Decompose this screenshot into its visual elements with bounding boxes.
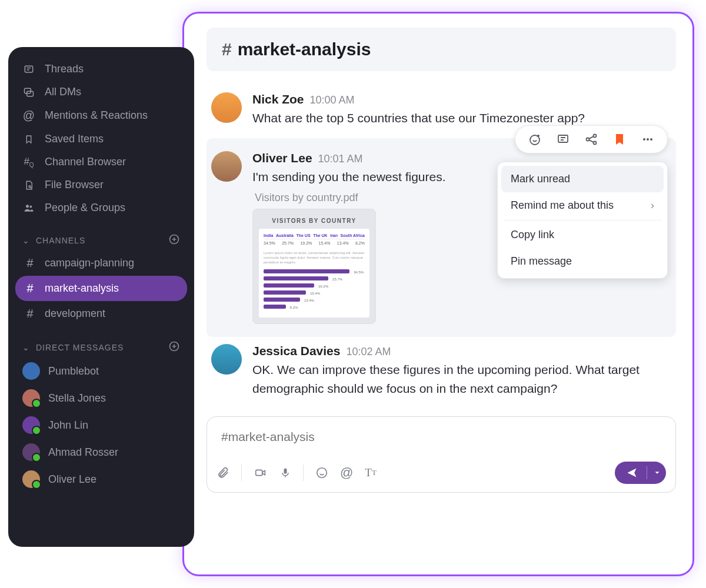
nav-saved-items[interactable]: Saved Items <box>15 128 187 151</box>
dm-name: John Lin <box>48 419 88 432</box>
menu-remind[interactable]: Remind me about this › <box>501 192 664 219</box>
svg-point-2 <box>594 134 597 137</box>
avatar <box>22 362 40 380</box>
dm-name: Ahmad Rosser <box>48 446 118 459</box>
timestamp: 10:00 AM <box>310 94 355 106</box>
add-dm-icon[interactable] <box>168 340 180 354</box>
channel-icon: #Q <box>22 156 35 168</box>
svg-point-3 <box>587 138 590 141</box>
nav-file-browser[interactable]: File Browser <box>15 173 187 196</box>
avatar <box>22 416 40 434</box>
thread-icon[interactable] <box>555 132 571 147</box>
channel-development[interactable]: #development <box>15 301 187 326</box>
message-text: What are the top 5 countries that use ou… <box>252 109 671 128</box>
nav-threads[interactable]: Threads <box>15 58 187 81</box>
avatar <box>22 389 40 407</box>
menu-copy-link[interactable]: Copy link <box>501 222 664 248</box>
hash-icon: # <box>24 256 36 270</box>
attachment-cols: India Australia The US The UK Iran South… <box>264 233 365 239</box>
avatar <box>211 344 242 375</box>
nav-label: File Browser <box>45 179 104 191</box>
attach-icon[interactable] <box>217 466 229 479</box>
nav-people-groups[interactable]: People & Groups <box>15 196 187 219</box>
dm-ahmad-rosser[interactable]: Ahmad Rosser <box>15 439 187 466</box>
dms-header[interactable]: ⌄ DIRECT MESSAGES <box>15 337 187 358</box>
author-name: Jessica Davies <box>252 344 340 358</box>
svg-point-5 <box>643 138 645 141</box>
svg-point-10 <box>317 468 327 478</box>
send-button[interactable] <box>615 462 666 484</box>
channel-label: development <box>45 308 105 320</box>
avatar <box>22 443 40 461</box>
bookmark-icon <box>22 133 35 145</box>
dm-oliver-lee[interactable]: Oliver Lee <box>15 466 187 493</box>
attachment-vals: 34.5% 25.7% 19.2% 15.4% 13.4% 8.2% <box>264 239 365 249</box>
sidebar: ThreadsAll DMs@Mentions & ReactionsSaved… <box>8 47 194 547</box>
timestamp: 10:02 AM <box>346 346 391 358</box>
context-menu: Mark unread Remind me about this › Copy … <box>497 162 668 279</box>
attachment-title: VISITORS BY COUNTRY <box>259 218 369 224</box>
menu-pin[interactable]: Pin message <box>501 248 664 275</box>
svg-rect-1 <box>558 135 568 142</box>
chevron-down-icon: ⌄ <box>22 343 30 352</box>
mic-icon[interactable] <box>279 466 291 479</box>
menu-mark-unread[interactable]: Mark unread <box>501 166 664 192</box>
channel-header: # market-analysis <box>207 28 676 71</box>
avatar <box>211 92 242 123</box>
dm-stella-jones[interactable]: Stella Jones <box>15 385 187 412</box>
channel-label: market-analysis <box>45 282 119 295</box>
hash-icon: # <box>222 39 232 59</box>
svg-point-14 <box>29 186 31 188</box>
emoji-icon[interactable] <box>315 466 328 479</box>
composer-input[interactable] <box>207 417 675 456</box>
svg-rect-8 <box>256 470 262 476</box>
dm-name: Stella Jones <box>48 392 106 405</box>
chevron-down-icon: ⌄ <box>22 236 30 245</box>
svg-rect-11 <box>25 66 32 72</box>
message: Jessica Davies 10:02 AM OK. We can impro… <box>207 337 676 408</box>
menu-divider <box>504 220 661 220</box>
add-channel-icon[interactable] <box>168 233 180 247</box>
format-icon[interactable]: TT <box>365 466 377 479</box>
message-toolbar <box>515 125 668 153</box>
bookmark-icon[interactable] <box>612 132 627 147</box>
mention-icon[interactable]: @ <box>340 465 353 480</box>
nav-label: Threads <box>45 63 84 75</box>
chevron-right-icon: › <box>651 199 654 212</box>
dm-john-lin[interactable]: John Lin <box>15 412 187 439</box>
nav-all-dms[interactable]: All DMs <box>15 81 187 103</box>
attachment-preview: VISITORS BY COUNTRY India Australia The … <box>252 209 376 324</box>
channels-header[interactable]: ⌄ CHANNELS <box>15 230 187 250</box>
channel-label: campaign-planning <box>45 257 134 269</box>
svg-rect-9 <box>284 469 287 474</box>
divider <box>241 465 242 481</box>
timestamp: 10:01 AM <box>318 153 363 165</box>
more-icon[interactable] <box>640 132 655 147</box>
avatar <box>22 470 40 488</box>
nav-label: Saved Items <box>45 133 104 145</box>
svg-rect-13 <box>27 91 34 96</box>
nav-label: All DMs <box>45 86 81 98</box>
nav-channel-browser[interactable]: #QChannel Browser <box>15 151 187 173</box>
svg-point-7 <box>650 138 652 141</box>
video-icon[interactable] <box>254 466 268 479</box>
channel-campaign-planning[interactable]: #campaign-planning <box>15 250 187 276</box>
share-icon[interactable] <box>584 132 599 147</box>
hash-icon: # <box>24 307 36 320</box>
add-reaction-icon[interactable] <box>527 132 542 147</box>
people-icon <box>22 202 35 214</box>
nav-label: Mentions & Reactions <box>45 109 148 122</box>
author-name: Nick Zoe <box>252 92 304 106</box>
dm-name: Pumblebot <box>48 365 99 377</box>
chat-panel: # market-analysis Nick Zoe 10:00 AM What… <box>182 12 694 576</box>
nav-mentions-reactions[interactable]: @Mentions & Reactions <box>15 103 187 128</box>
author-name: Oliver Lee <box>252 151 312 165</box>
message-text: OK. We can improve these figures in the … <box>252 360 671 397</box>
mentions-icon: @ <box>22 109 35 122</box>
channel-market-analysis[interactable]: #market-analysis <box>15 276 187 301</box>
dm-name: Oliver Lee <box>48 473 96 486</box>
attachment-lorem: Lorem ipsum dolor sit amet, consectetuer… <box>264 251 365 265</box>
composer: @ TT <box>207 416 676 493</box>
dm-pumblebot[interactable]: Pumblebot <box>15 358 187 385</box>
svg-point-4 <box>594 141 597 144</box>
